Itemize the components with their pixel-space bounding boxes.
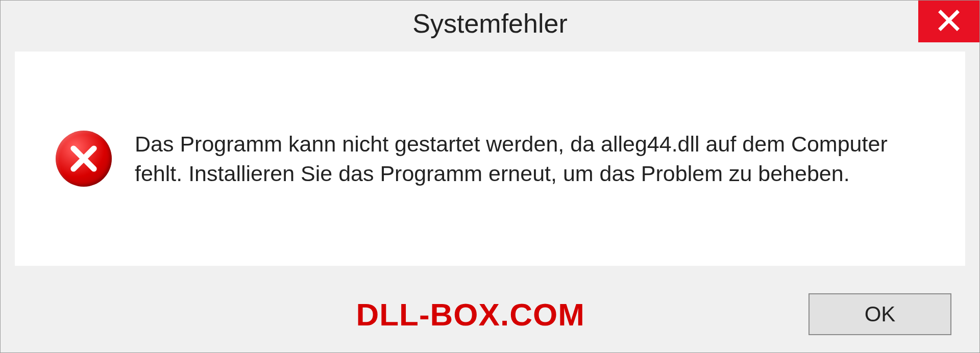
ok-button[interactable]: OK [808,293,951,335]
dialog-content: Das Programm kann nicht gestartet werden… [15,52,965,266]
dialog-title: Systemfehler [412,8,567,39]
error-message: Das Programm kann nicht gestartet werden… [135,129,924,188]
system-error-dialog: Systemfehler Das Programm kann nicht ges… [0,0,980,353]
error-icon [56,131,112,187]
close-button[interactable] [918,1,979,42]
title-bar: Systemfehler [1,1,979,46]
dialog-footer: DLL-BOX.COM OK [1,276,979,352]
close-icon [937,8,961,35]
watermark-text: DLL-BOX.COM [356,296,584,333]
